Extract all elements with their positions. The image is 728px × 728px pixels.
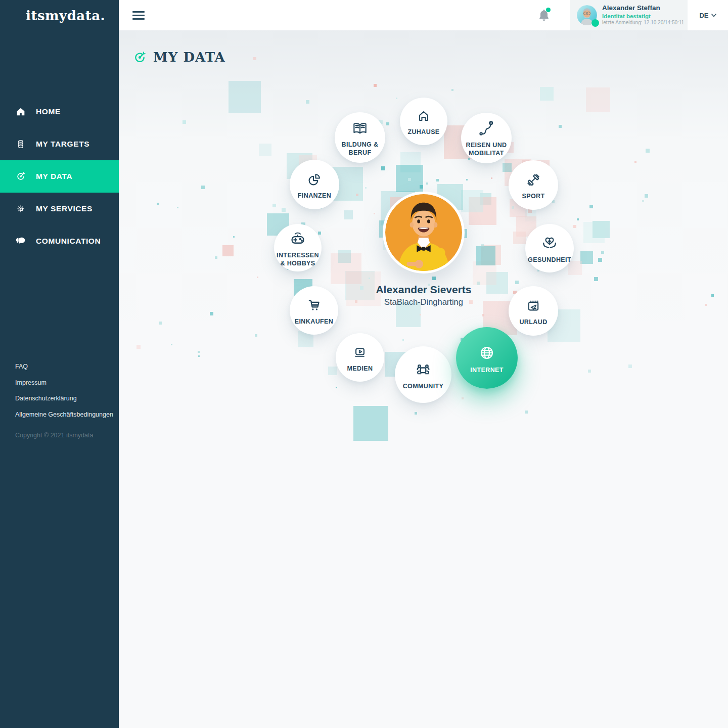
decor-square xyxy=(628,365,632,368)
coins-icon xyxy=(15,139,26,150)
sidebar-item-label: MY TARGETS xyxy=(36,140,89,149)
decor-square xyxy=(381,166,385,170)
profile-location: StaBlach-Dingharting xyxy=(323,297,525,307)
sidebar-item-my-data[interactable]: MY DATA xyxy=(0,160,119,193)
decor-square xyxy=(540,87,554,101)
home-icon xyxy=(15,106,26,117)
decor-square xyxy=(369,278,370,279)
avatar xyxy=(577,5,597,25)
online-status-dot xyxy=(592,19,599,27)
sidebar-nav: HOMEMY TARGETSMY DATAMY SERVICESCOMUNICA… xyxy=(0,96,119,257)
gear-icon xyxy=(15,203,26,214)
notification-dot xyxy=(546,8,551,12)
bubble-label: MEDIEN xyxy=(347,365,373,373)
decor-square xyxy=(198,351,200,353)
sidebar-item-my-targets[interactable]: MY TARGETS xyxy=(0,128,119,160)
decor-square xyxy=(525,411,528,414)
decor-square xyxy=(598,258,602,262)
decor-square xyxy=(356,194,358,196)
bubble-sport[interactable]: SPORT xyxy=(509,160,558,210)
decor-square xyxy=(259,144,271,156)
decor-square xyxy=(318,232,321,235)
decor-square xyxy=(426,183,428,185)
user-card[interactable]: Alexander Steffan Identitat bestatigt le… xyxy=(570,0,688,30)
target-icon xyxy=(133,51,147,64)
bubble-finanzen[interactable]: FINANZEN xyxy=(290,160,339,209)
sidebar: itsmydata. HOMEMY TARGETSMY DATAMY SERVI… xyxy=(0,0,119,728)
decor-square xyxy=(272,204,276,207)
decor-square xyxy=(589,205,593,208)
decor-square xyxy=(222,245,234,256)
decor-square xyxy=(338,250,351,263)
globe-icon xyxy=(476,342,498,364)
decor-square xyxy=(461,190,483,212)
footer-link[interactable]: Allgemeine Geschäftsbedingungen xyxy=(15,411,113,418)
bubble-zuhause[interactable]: ZUHAUSE xyxy=(400,98,447,145)
decor-square xyxy=(229,81,261,113)
bubble-label: GESUNDHEIT xyxy=(528,256,571,264)
decor-square xyxy=(646,149,650,153)
shopping-cart-icon xyxy=(304,295,324,315)
bubble-reisen[interactable]: REISEN UND MOBILITAT xyxy=(461,113,512,163)
house-icon xyxy=(414,107,433,126)
decor-square xyxy=(705,304,707,306)
notification-bell-icon[interactable] xyxy=(538,9,550,22)
page-header: MY DATA xyxy=(133,50,225,65)
decor-square xyxy=(386,122,389,125)
decor-square xyxy=(594,277,598,281)
decor-square xyxy=(588,370,591,373)
chat-icon xyxy=(15,236,26,247)
decor-square xyxy=(210,312,213,315)
language-selector[interactable]: DE xyxy=(688,12,728,19)
decor-square xyxy=(177,207,178,208)
bubble-label: INTERNET xyxy=(470,366,504,374)
menu-icon[interactable] xyxy=(132,9,145,22)
decor-square xyxy=(645,194,648,198)
page-title: MY DATA xyxy=(153,50,225,65)
main-content: MY DATA xyxy=(119,30,728,728)
profile-photo xyxy=(383,192,465,274)
bubble-gesundheit[interactable]: GESUNDHEIT xyxy=(525,224,574,272)
sidebar-item-label: MY SERVICES xyxy=(36,204,93,213)
decor-square xyxy=(255,334,257,337)
decor-square xyxy=(215,256,217,259)
decor-square xyxy=(415,412,417,415)
sidebar-item-label: COMUNICATION xyxy=(36,237,101,246)
sidebar-item-home[interactable]: HOME xyxy=(0,96,119,128)
decor-square xyxy=(396,98,397,99)
decor-square xyxy=(503,163,512,172)
bubble-interessen[interactable]: INTERESSEN & HOBBYS xyxy=(274,224,322,271)
bubble-medien[interactable]: MEDIEN xyxy=(336,333,384,382)
sidebar-footer: FAQImpressumDatenschutzerklärungAllgemei… xyxy=(15,363,113,439)
footer-link[interactable]: Datenschutzerklärung xyxy=(15,395,113,402)
video-player-icon xyxy=(350,342,370,362)
people-group-icon xyxy=(413,359,434,380)
decor-square xyxy=(257,277,258,278)
gamepad-icon xyxy=(287,228,308,249)
bubble-label: ZUHAUSE xyxy=(407,128,439,136)
bubble-community[interactable]: COMMUNITY xyxy=(395,346,451,403)
decor-square xyxy=(573,225,576,228)
data-bubbles-canvas: Alexander Sieverts StaBlach-Dingharting … xyxy=(119,30,728,728)
footer-link[interactable]: Impressum xyxy=(15,379,113,386)
decor-square xyxy=(601,251,604,254)
dumbbell-icon xyxy=(523,170,543,190)
bubble-label: SPORT xyxy=(522,192,544,200)
decor-square xyxy=(586,87,610,112)
app-logo[interactable]: itsmydata. xyxy=(0,0,119,23)
footer-link[interactable]: FAQ xyxy=(15,363,113,370)
decor-square xyxy=(420,314,421,315)
decor-square xyxy=(136,345,141,349)
bubble-bildung[interactable]: BILDUNG & BERUF xyxy=(335,112,385,163)
decor-square xyxy=(198,355,200,357)
user-name: Alexander Steffan xyxy=(602,4,684,13)
bubble-label: FINANZEN xyxy=(298,192,331,200)
decor-square xyxy=(559,125,562,128)
sidebar-item-my-services[interactable]: MY SERVICES xyxy=(0,193,119,225)
decor-square xyxy=(481,244,484,247)
decor-square xyxy=(634,161,636,163)
pie-chart-icon xyxy=(304,169,325,190)
decor-square xyxy=(436,179,439,181)
sidebar-item-comunication[interactable]: COMUNICATION xyxy=(0,225,119,257)
bubble-internet[interactable]: INTERNET xyxy=(456,327,518,389)
